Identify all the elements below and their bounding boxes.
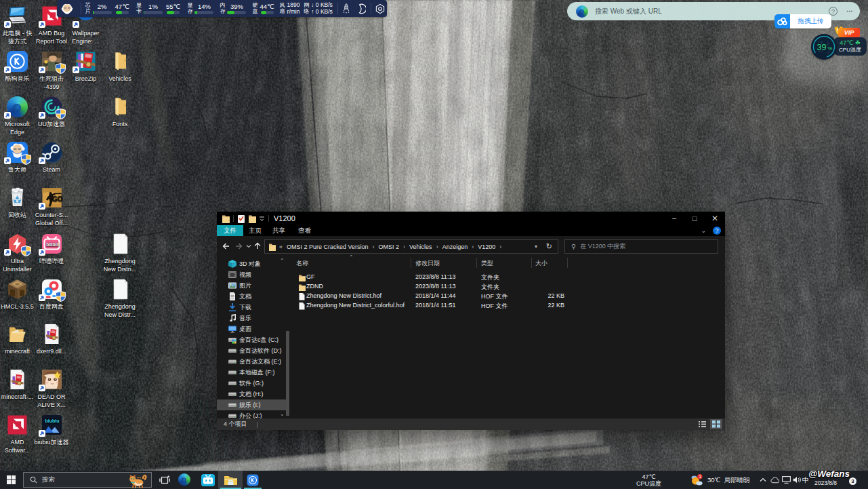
svg-text:GO: GO bbox=[52, 195, 63, 203]
svg-text:39: 39 bbox=[817, 43, 827, 52]
svg-text:biubiu: biubiu bbox=[45, 418, 59, 423]
svg-text:1: 1 bbox=[699, 474, 701, 479]
svg-text:%: % bbox=[828, 45, 833, 52]
svg-text:bilibili: bilibili bbox=[46, 242, 59, 247]
